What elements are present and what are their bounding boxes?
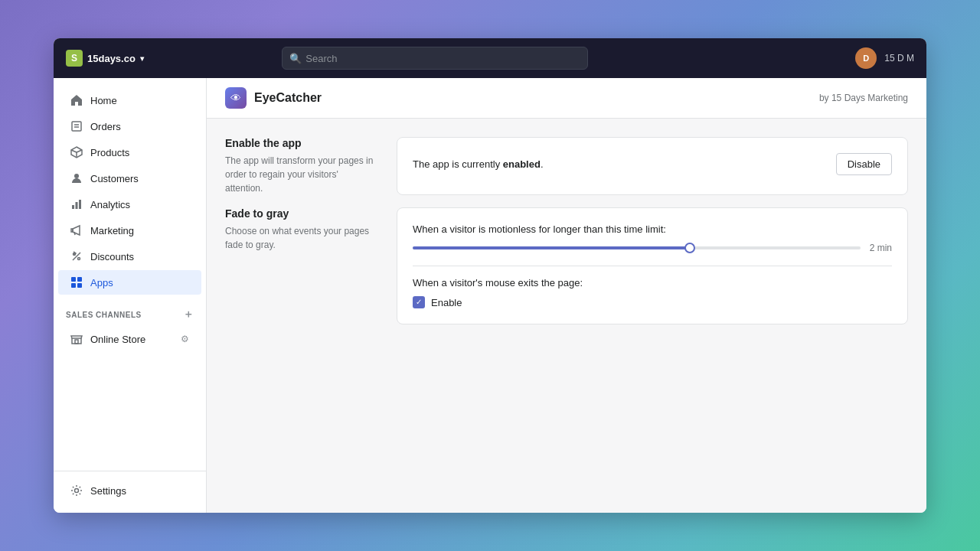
search-input[interactable] xyxy=(282,47,588,70)
svg-line-5 xyxy=(71,150,77,152)
sidebar-item-analytics[interactable]: Analytics xyxy=(58,192,201,217)
enable-section-title: Enable the app xyxy=(225,137,378,149)
orders-icon xyxy=(70,120,83,132)
checkmark-icon: ✓ xyxy=(416,298,422,306)
brand-name: 15days.co xyxy=(87,53,136,64)
slider-thumb[interactable] xyxy=(684,243,695,253)
sidebar-item-products[interactable]: Products xyxy=(58,140,201,165)
fade-section-row: Fade to gray Choose on what events your … xyxy=(225,207,908,324)
enable-status-text: The app is currently enabled. xyxy=(413,158,544,170)
app-logo: 👁 xyxy=(225,87,247,109)
sidebar-orders-label: Orders xyxy=(90,121,121,132)
app-name: EyeCatcher xyxy=(254,91,322,105)
avatar: D xyxy=(855,47,877,69)
slider-value: 2 min xyxy=(870,243,892,253)
home-icon xyxy=(70,94,83,106)
products-icon xyxy=(70,146,83,158)
sidebar-item-marketing[interactable]: Marketing xyxy=(58,218,201,243)
sidebar-products-label: Products xyxy=(90,147,129,158)
brand-caret-icon: ▾ xyxy=(140,54,144,63)
sidebar-item-discounts[interactable]: Discounts xyxy=(58,244,201,269)
sidebar-home-label: Home xyxy=(90,95,117,106)
svg-point-20 xyxy=(75,489,79,493)
motionless-label: When a visitor is motionless for longer … xyxy=(413,223,892,235)
search-container: 🔍 xyxy=(282,47,588,70)
sidebar-item-settings[interactable]: Settings xyxy=(58,478,201,503)
app-header: 👁 EyeCatcher by 15 Days Marketing xyxy=(207,78,926,119)
slider-fill xyxy=(413,246,690,249)
sidebar-apps-label: Apps xyxy=(90,277,113,289)
settings-icon xyxy=(70,484,83,497)
mouse-exit-section: When a visitor's mouse exits the page: ✓… xyxy=(413,277,892,308)
slider-section: When a visitor is motionless for longer … xyxy=(413,223,892,253)
enable-status-prefix: The app is currently xyxy=(413,158,503,170)
sidebar-item-orders[interactable]: Orders xyxy=(58,114,201,139)
sidebar-analytics-label: Analytics xyxy=(90,199,130,210)
analytics-icon xyxy=(70,198,83,210)
store-settings-icon[interactable]: ⚙ xyxy=(181,334,189,344)
user-label: 15 D M xyxy=(884,53,914,64)
svg-rect-15 xyxy=(71,277,76,282)
slider-wrapper: 2 min xyxy=(413,243,892,253)
disable-button[interactable]: Disable xyxy=(836,153,892,175)
sales-channels-section: SALES CHANNELS ＋ xyxy=(54,295,206,326)
sidebar-item-apps[interactable]: Apps xyxy=(58,270,201,295)
enable-app-row: The app is currently enabled. Disable xyxy=(413,153,892,175)
svg-line-6 xyxy=(77,150,82,152)
brand-icon: S xyxy=(66,50,83,67)
topbar-right: D 15 D M xyxy=(855,47,914,69)
enable-status-suffix: . xyxy=(541,158,544,170)
svg-rect-0 xyxy=(72,122,81,131)
discounts-icon xyxy=(70,250,83,262)
svg-point-7 xyxy=(74,174,79,178)
add-sales-channel-icon[interactable]: ＋ xyxy=(183,308,194,321)
enable-checkbox-label: Enable xyxy=(431,297,462,308)
svg-rect-19 xyxy=(75,340,78,344)
fade-section-left: Fade to gray Choose on what events your … xyxy=(225,207,378,324)
sidebar: Home Orders xyxy=(54,78,207,513)
svg-point-13 xyxy=(78,258,80,260)
enable-section-panel: The app is currently enabled. Disable xyxy=(397,137,908,195)
enable-checkbox-row: ✓ Enable xyxy=(413,296,892,308)
apps-icon xyxy=(70,276,83,289)
search-icon: 🔍 xyxy=(289,53,302,64)
sidebar-item-home[interactable]: Home xyxy=(58,88,201,112)
fade-section-title: Fade to gray xyxy=(225,207,378,220)
marketing-icon xyxy=(70,224,83,236)
svg-rect-9 xyxy=(76,202,78,209)
slider-track[interactable] xyxy=(413,246,861,249)
sidebar-store-label: Online Store xyxy=(90,334,145,345)
enable-section-desc: The app will transform your pages in ord… xyxy=(225,154,378,195)
sales-channels-label: SALES CHANNELS xyxy=(66,311,142,319)
enable-status-word: enabled xyxy=(503,158,541,170)
svg-rect-8 xyxy=(72,205,74,209)
svg-rect-18 xyxy=(77,283,82,288)
sidebar-marketing-label: Marketing xyxy=(90,225,134,236)
store-icon xyxy=(70,333,83,345)
sidebar-customers-label: Customers xyxy=(90,173,139,184)
svg-rect-10 xyxy=(79,200,81,209)
enable-checkbox[interactable]: ✓ xyxy=(413,296,425,308)
mouse-exit-label: When a visitor's mouse exits the page: xyxy=(413,277,892,289)
sidebar-item-customers[interactable]: Customers xyxy=(58,166,201,191)
svg-rect-11 xyxy=(71,229,73,232)
svg-rect-17 xyxy=(71,283,76,288)
content-area: 👁 EyeCatcher by 15 Days Marketing Enable… xyxy=(207,78,926,513)
panel-divider xyxy=(413,266,892,266)
fade-section-panel: When a visitor is motionless for longer … xyxy=(397,207,908,324)
brand-button[interactable]: S 15days.co ▾ xyxy=(66,50,144,67)
fade-section-desc: Choose on what events your pages fade to… xyxy=(225,224,378,252)
enable-section-left: Enable the app The app will transform yo… xyxy=(225,137,378,195)
sidebar-item-online-store[interactable]: Online Store ⚙ xyxy=(58,327,201,351)
enable-section-row: Enable the app The app will transform yo… xyxy=(225,137,908,195)
app-by-label: by 15 Days Marketing xyxy=(819,93,908,103)
sidebar-discounts-label: Discounts xyxy=(90,251,134,262)
sidebar-settings-label: Settings xyxy=(90,485,126,497)
panels-area: Enable the app The app will transform yo… xyxy=(207,119,926,343)
topbar: S 15days.co ▾ 🔍 D 15 D M xyxy=(54,38,926,78)
svg-rect-16 xyxy=(77,277,82,282)
customers-icon xyxy=(70,172,83,184)
